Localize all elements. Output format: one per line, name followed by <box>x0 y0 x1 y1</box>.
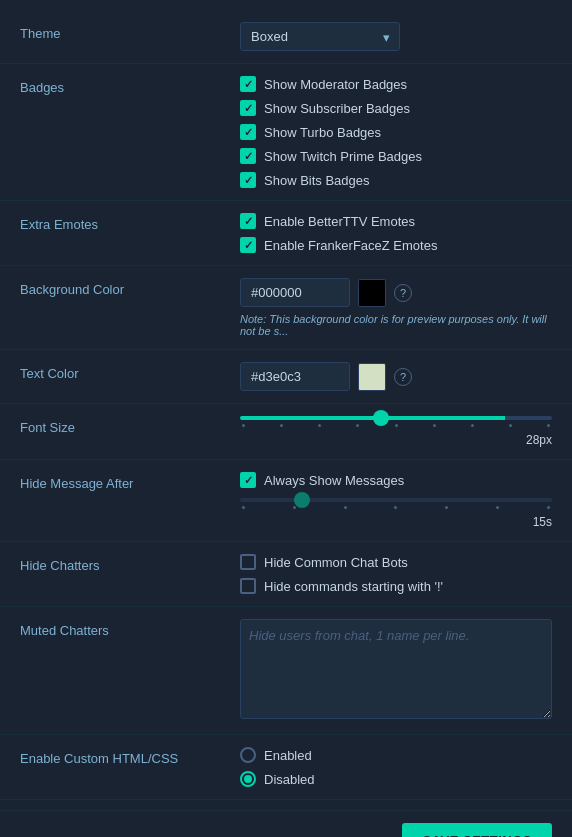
extra-emotes-label: Extra Emotes <box>20 213 240 232</box>
always-show-messages-item: Always Show Messages <box>240 472 552 488</box>
background-color-row: Background Color ? Note: This background… <box>0 266 572 350</box>
muted-chatters-control <box>240 619 552 722</box>
hide-commands-item: Hide commands starting with '!' <box>240 578 552 594</box>
badge-bits-checkbox[interactable] <box>240 172 256 188</box>
custom-html-label: Enable Custom HTML/CSS <box>20 747 240 766</box>
badges-control: Show Moderator Badges Show Subscriber Ba… <box>240 76 552 188</box>
custom-html-disabled-label: Disabled <box>264 772 315 787</box>
background-color-help-icon[interactable]: ? <box>394 284 412 302</box>
custom-html-disabled-item: Disabled <box>240 771 552 787</box>
slider-dot-4 <box>356 424 359 427</box>
bttv-checkbox[interactable] <box>240 213 256 229</box>
text-color-control: ? <box>240 362 552 391</box>
slider-dot-7 <box>471 424 474 427</box>
text-color-row: Text Color ? <box>0 350 572 404</box>
badge-moderator-item: Show Moderator Badges <box>240 76 552 92</box>
font-size-label: Font Size <box>20 416 240 435</box>
custom-html-disabled-radio[interactable] <box>240 771 256 787</box>
badge-subscriber-checkbox[interactable] <box>240 100 256 116</box>
background-color-input[interactable] <box>240 278 350 307</box>
slider-dot-2 <box>280 424 283 427</box>
extra-emotes-row: Extra Emotes Enable BetterTTV Emotes Ena… <box>0 201 572 266</box>
custom-html-enabled-label: Enabled <box>264 748 312 763</box>
badge-turbo-label: Show Turbo Badges <box>264 125 381 140</box>
custom-html-row: Enable Custom HTML/CSS Enabled Disabled <box>0 735 572 800</box>
theme-control: Boxed Full Width Minimal <box>240 22 552 51</box>
badge-turbo-checkbox[interactable] <box>240 124 256 140</box>
bttv-item: Enable BetterTTV Emotes <box>240 213 552 229</box>
badge-prime-item: Show Twitch Prime Badges <box>240 148 552 164</box>
hide-message-after-label: Hide Message After <box>20 472 240 491</box>
badge-prime-label: Show Twitch Prime Badges <box>264 149 422 164</box>
settings-container: Theme Boxed Full Width Minimal Badges Sh… <box>0 0 572 810</box>
text-color-label: Text Color <box>20 362 240 381</box>
hide-chatters-row: Hide Chatters Hide Common Chat Bots Hide… <box>0 542 572 607</box>
font-size-row: Font Size 28px <box>0 404 572 460</box>
muted-chatters-textarea[interactable] <box>240 619 552 719</box>
badge-subscriber-label: Show Subscriber Badges <box>264 101 410 116</box>
badge-prime-checkbox[interactable] <box>240 148 256 164</box>
text-color-input-row: ? <box>240 362 552 391</box>
theme-select-wrapper: Boxed Full Width Minimal <box>240 22 400 51</box>
custom-html-control: Enabled Disabled <box>240 747 552 787</box>
background-color-swatch[interactable] <box>358 279 386 307</box>
always-show-messages-checkbox[interactable] <box>240 472 256 488</box>
hide-message-after-control: Always Show Messages 15s <box>240 472 552 529</box>
text-color-input[interactable] <box>240 362 350 391</box>
save-settings-button[interactable]: SAVE SETTINGS <box>402 823 552 837</box>
text-color-help-icon[interactable]: ? <box>394 368 412 386</box>
hide-message-value: 15s <box>240 515 552 529</box>
slider-dot-6 <box>433 424 436 427</box>
slider-dot-3 <box>318 424 321 427</box>
hide-bots-item: Hide Common Chat Bots <box>240 554 552 570</box>
slider-dot-8 <box>509 424 512 427</box>
badge-moderator-label: Show Moderator Badges <box>264 77 407 92</box>
theme-row: Theme Boxed Full Width Minimal <box>0 10 572 64</box>
muted-chatters-label: Muted Chatters <box>20 619 240 638</box>
custom-html-enabled-item: Enabled <box>240 747 552 763</box>
hide-bots-checkbox[interactable] <box>240 554 256 570</box>
background-color-label: Background Color <box>20 278 240 297</box>
font-size-control: 28px <box>240 416 552 447</box>
font-size-dots <box>240 420 552 431</box>
badges-label: Badges <box>20 76 240 95</box>
hide-commands-label: Hide commands starting with '!' <box>264 579 443 594</box>
badge-moderator-checkbox[interactable] <box>240 76 256 92</box>
hide-bots-label: Hide Common Chat Bots <box>264 555 408 570</box>
ffz-item: Enable FrankerFaceZ Emotes <box>240 237 552 253</box>
hide-message-slider[interactable] <box>240 498 552 502</box>
hide-chatters-control: Hide Common Chat Bots Hide commands star… <box>240 554 552 594</box>
slider-dot-9 <box>547 424 550 427</box>
badge-bits-item: Show Bits Badges <box>240 172 552 188</box>
hide-chatters-label: Hide Chatters <box>20 554 240 573</box>
theme-select[interactable]: Boxed Full Width Minimal <box>240 22 400 51</box>
slider-dot-5 <box>395 424 398 427</box>
muted-chatters-row: Muted Chatters <box>0 607 572 735</box>
badge-turbo-item: Show Turbo Badges <box>240 124 552 140</box>
badge-subscriber-item: Show Subscriber Badges <box>240 100 552 116</box>
badges-row: Badges Show Moderator Badges Show Subscr… <box>0 64 572 201</box>
bttv-label: Enable BetterTTV Emotes <box>264 214 415 229</box>
theme-label: Theme <box>20 22 240 41</box>
slider-dot-1 <box>242 424 245 427</box>
text-color-swatch[interactable] <box>358 363 386 391</box>
custom-html-enabled-radio[interactable] <box>240 747 256 763</box>
font-size-slider-container: 28px <box>240 416 552 447</box>
background-color-note: Note: This background color is for previ… <box>240 313 552 337</box>
always-show-messages-label: Always Show Messages <box>264 473 404 488</box>
background-color-control: ? Note: This background color is for pre… <box>240 278 552 337</box>
hide-commands-checkbox[interactable] <box>240 578 256 594</box>
ffz-label: Enable FrankerFaceZ Emotes <box>264 238 437 253</box>
badge-bits-label: Show Bits Badges <box>264 173 370 188</box>
font-size-value: 28px <box>240 433 552 447</box>
hide-message-slider-container: 15s <box>240 498 552 529</box>
extra-emotes-control: Enable BetterTTV Emotes Enable FrankerFa… <box>240 213 552 253</box>
save-bar: SAVE SETTINGS <box>0 810 572 837</box>
ffz-checkbox[interactable] <box>240 237 256 253</box>
hide-message-after-row: Hide Message After Always Show Messages … <box>0 460 572 542</box>
background-color-input-row: ? <box>240 278 552 307</box>
